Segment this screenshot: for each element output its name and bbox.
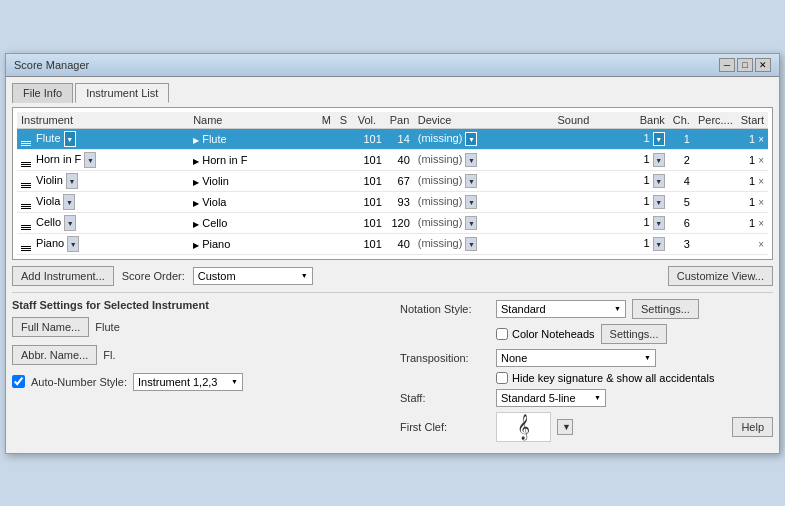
divider bbox=[12, 292, 773, 293]
device-arrow[interactable]: ▼ bbox=[465, 153, 477, 167]
dropdown-arrow[interactable]: ▼ bbox=[63, 194, 75, 210]
color-settings-button[interactable]: Settings... bbox=[601, 324, 668, 344]
add-instrument-button[interactable]: Add Instrument... bbox=[12, 266, 114, 286]
customize-view-button[interactable]: Customize View... bbox=[668, 266, 773, 286]
perc-cell bbox=[694, 191, 737, 212]
bank-cell: 1 ▼ bbox=[636, 170, 669, 191]
bank-arrow[interactable]: ▼ bbox=[653, 174, 665, 188]
clef-dropdown-button[interactable]: ▼ bbox=[557, 419, 573, 435]
device-cell: (missing) ▼ bbox=[414, 170, 554, 191]
table-row[interactable]: Violin ▼ Violin 101 67 (missing) ▼ 1 ▼ 4 bbox=[17, 170, 768, 191]
device-arrow[interactable]: ▼ bbox=[465, 237, 477, 251]
auto-number-label: Auto-Number Style: bbox=[31, 376, 127, 388]
title-controls: ─ □ ✕ bbox=[719, 58, 771, 72]
device-value: (missing) bbox=[418, 132, 463, 144]
bank-arrow[interactable]: ▼ bbox=[653, 132, 665, 146]
dropdown-arrow[interactable]: ▼ bbox=[66, 173, 78, 189]
dropdown-arrow[interactable]: ▼ bbox=[64, 215, 76, 231]
play-icon bbox=[193, 217, 199, 229]
device-arrow[interactable]: ▼ bbox=[465, 216, 477, 230]
hide-key-checkbox[interactable] bbox=[496, 372, 508, 384]
device-arrow[interactable]: ▼ bbox=[465, 195, 477, 209]
instrument-name: Cello bbox=[36, 216, 61, 228]
bottom-bar: Add Instrument... Score Order: Custom ▼ … bbox=[12, 266, 773, 286]
perc-cell bbox=[694, 128, 737, 149]
device-arrow[interactable]: ▼ bbox=[465, 132, 477, 146]
s-cell bbox=[336, 233, 354, 254]
col-perc: Perc.... bbox=[694, 112, 737, 129]
transposition-label: Transposition: bbox=[400, 352, 490, 364]
score-order-select[interactable]: Custom ▼ bbox=[193, 267, 313, 285]
name-cell: Horn in F bbox=[189, 149, 318, 170]
abbr-name-button[interactable]: Abbr. Name... bbox=[12, 345, 97, 365]
name-value: Horn in F bbox=[202, 154, 247, 166]
minimize-button[interactable]: ─ bbox=[719, 58, 735, 72]
maximize-button[interactable]: □ bbox=[737, 58, 753, 72]
notation-settings-button[interactable]: Settings... bbox=[632, 299, 699, 319]
table-row[interactable]: Viola ▼ Viola 101 93 (missing) ▼ 1 ▼ 5 bbox=[17, 191, 768, 212]
dropdown-arrow[interactable]: ▼ bbox=[84, 152, 96, 168]
table-row[interactable]: Cello ▼ Cello 101 120 (missing) ▼ 1 ▼ 6 bbox=[17, 212, 768, 233]
device-cell: (missing) ▼ bbox=[414, 149, 554, 170]
perc-cell bbox=[694, 233, 737, 254]
bank-cell: 1 ▼ bbox=[636, 212, 669, 233]
device-value: (missing) bbox=[418, 216, 463, 228]
dropdown-arrow[interactable]: ▼ bbox=[67, 236, 79, 252]
instrument-cell: Horn in F ▼ bbox=[17, 149, 189, 170]
name-value: Viola bbox=[202, 196, 226, 208]
remove-button[interactable]: × bbox=[758, 176, 764, 187]
hide-key-label: Hide key signature & show all accidental… bbox=[512, 372, 714, 384]
col-sound: Sound bbox=[554, 112, 636, 129]
remove-button[interactable]: × bbox=[758, 197, 764, 208]
bank-cell: 1 ▼ bbox=[636, 128, 669, 149]
sound-cell bbox=[554, 212, 636, 233]
start-cell: 1 × bbox=[737, 191, 768, 212]
bank-arrow[interactable]: ▼ bbox=[653, 195, 665, 209]
sound-cell bbox=[554, 233, 636, 254]
vol-cell: 101 bbox=[354, 128, 386, 149]
remove-button[interactable]: × bbox=[758, 218, 764, 229]
bank-arrow[interactable]: ▼ bbox=[653, 216, 665, 230]
bank-arrow[interactable]: ▼ bbox=[653, 237, 665, 251]
instrument-cell: Cello ▼ bbox=[17, 212, 189, 233]
s-cell bbox=[336, 170, 354, 191]
auto-number-select[interactable]: Instrument 1,2,3 ▼ bbox=[133, 373, 243, 391]
ch-cell: 4 bbox=[669, 170, 694, 191]
name-cell: Cello bbox=[189, 212, 318, 233]
full-name-button[interactable]: Full Name... bbox=[12, 317, 89, 337]
remove-button[interactable]: × bbox=[758, 155, 764, 166]
clef-preview: 𝄞 bbox=[496, 412, 551, 442]
name-value: Violin bbox=[202, 175, 229, 187]
tab-instrument-list[interactable]: Instrument List bbox=[75, 83, 169, 103]
color-noteheads-checkbox[interactable] bbox=[496, 328, 508, 340]
instrument-cell: Flute ▼ bbox=[17, 128, 189, 149]
table-row[interactable]: Flute ▼ Flute 101 14 (missing) ▼ 1 ▼ 1 bbox=[17, 128, 768, 149]
transposition-select[interactable]: None ▼ bbox=[496, 349, 656, 367]
start-cell: × bbox=[737, 233, 768, 254]
remove-button[interactable]: × bbox=[758, 134, 764, 145]
auto-number-checkbox[interactable] bbox=[12, 375, 25, 388]
remove-button[interactable]: × bbox=[758, 239, 764, 250]
table-row[interactable]: Piano ▼ Piano 101 40 (missing) ▼ 1 ▼ 3 bbox=[17, 233, 768, 254]
device-arrow[interactable]: ▼ bbox=[465, 174, 477, 188]
color-noteheads-wrap: Color Noteheads bbox=[496, 328, 595, 340]
bank-arrow[interactable]: ▼ bbox=[653, 153, 665, 167]
close-button[interactable]: ✕ bbox=[755, 58, 771, 72]
full-name-row: Full Name... Flute bbox=[12, 317, 392, 337]
ch-cell: 2 bbox=[669, 149, 694, 170]
dropdown-arrow[interactable]: ▼ bbox=[64, 131, 76, 147]
sound-cell bbox=[554, 170, 636, 191]
pan-cell: 40 bbox=[386, 233, 414, 254]
play-icon bbox=[193, 196, 199, 208]
start-cell: 1 × bbox=[737, 212, 768, 233]
notation-style-label: Notation Style: bbox=[400, 303, 490, 315]
help-button[interactable]: Help bbox=[732, 417, 773, 437]
tab-file-info[interactable]: File Info bbox=[12, 83, 73, 103]
notation-style-select[interactable]: Standard ▼ bbox=[496, 300, 626, 318]
staff-select[interactable]: Standard 5-line ▼ bbox=[496, 389, 606, 407]
m-cell bbox=[318, 191, 336, 212]
play-icon bbox=[193, 238, 199, 250]
col-start: Start bbox=[737, 112, 768, 129]
table-row[interactable]: Horn in F ▼ Horn in F 101 40 (missing) ▼… bbox=[17, 149, 768, 170]
name-cell: Viola bbox=[189, 191, 318, 212]
